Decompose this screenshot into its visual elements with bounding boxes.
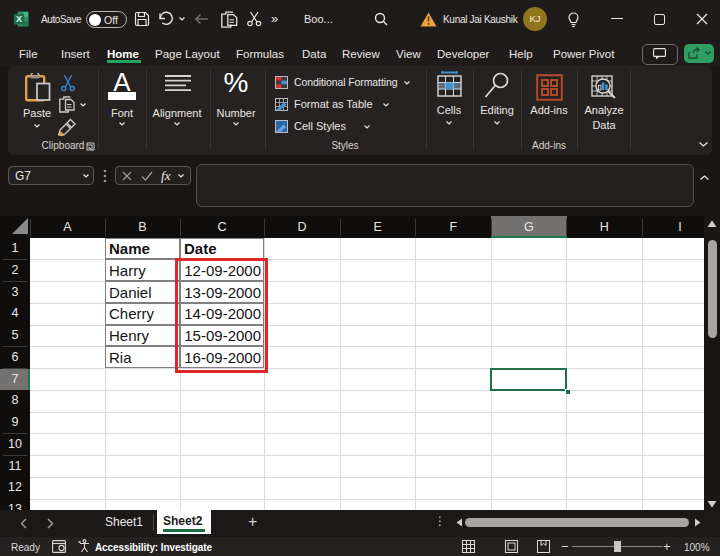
svg-text:X: X	[16, 14, 22, 24]
